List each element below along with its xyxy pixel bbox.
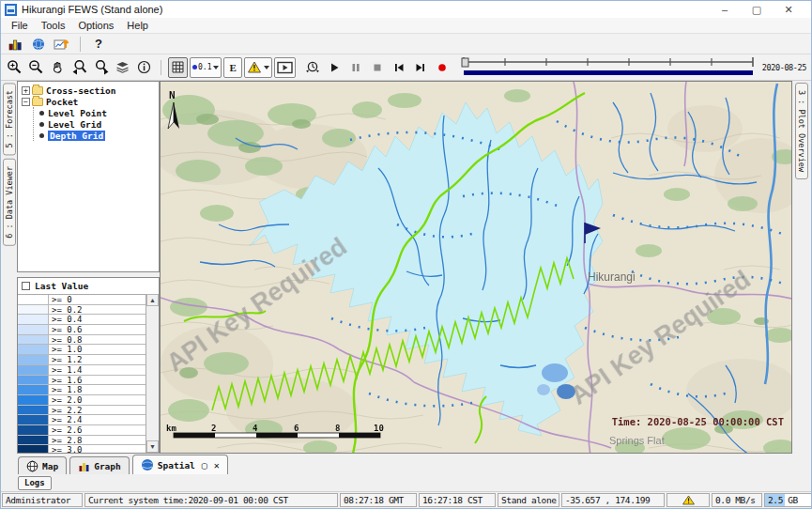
legend-class-label: >= 0.2 [49,305,146,315]
animation-speed-button[interactable] [303,58,323,77]
stop-button[interactable] [368,58,388,77]
legend-row[interactable]: >= 2.0 [18,395,146,406]
collapse-minus-icon[interactable]: − [22,98,30,106]
legend-scrollbar[interactable]: ▲ ▼ [146,294,159,453]
menu-file[interactable]: File [5,19,35,32]
tab-spatial[interactable]: Spatial ▢ ✕ [132,455,228,474]
timeseries-display-button[interactable] [5,35,24,54]
tab-forecast[interactable]: 5 : Forecast [3,83,16,155]
status-warning-cell[interactable] [666,493,710,507]
legend-row[interactable]: >= 0.4 [18,315,146,325]
legend-row[interactable]: >= 1.0 [18,345,146,355]
tab-map[interactable]: Map [18,456,67,474]
menu-help[interactable]: Help [120,19,155,32]
classification-interval-button[interactable]: 0.1 [190,57,222,78]
help-button[interactable]: ? [89,37,108,51]
legend-row[interactable]: >= 2.2 [18,406,146,416]
tree-item-cross-section[interactable]: + Cross-section [20,85,157,96]
main-area: 5 : Forecast 6 : Data Viewer + Cross-sec… [1,81,811,454]
contour-lines-button[interactable]: E [223,57,241,78]
minimize-button[interactable]: – [719,2,730,17]
tree-item-label: Level Grid [48,119,101,130]
maximize-button[interactable]: ▢ [751,2,762,17]
legend-color-swatch [18,315,49,324]
legend-class-label: >= 0 [49,295,146,304]
map-viewport[interactable]: API Key Required API Key Required Hikura… [160,81,792,454]
legend-row[interactable]: >= 2.6 [18,425,146,436]
animation-movie-button[interactable] [274,57,296,78]
scroll-up-icon[interactable]: ▲ [146,294,159,306]
record-button[interactable] [433,58,452,77]
time-slider[interactable] [460,54,757,81]
legend-color-swatch [18,415,49,424]
legend-row[interactable]: >= 0.8 [18,335,146,346]
main-toolbar: ? [1,34,811,54]
scroll-down-icon[interactable]: ▼ [146,440,159,453]
info-button[interactable] [134,58,154,77]
legend-row[interactable]: >= 0.2 [18,305,146,316]
legend-row[interactable]: >= 0.6 [18,325,146,335]
spatial-display-button[interactable] [28,35,48,54]
pause-icon [349,61,362,74]
dock-maximize-icon[interactable]: ▢ [202,460,207,470]
tree-item-depth-grid[interactable]: Depth Grid [34,130,157,141]
menu-options[interactable]: Options [71,19,120,32]
legend-row[interactable]: >= 2.8 [18,436,146,446]
tab-data-viewer[interactable]: 6 : Data Viewer [3,159,16,246]
legend-class-label: >= 1.2 [49,355,146,364]
zoom-out-icon [28,59,44,75]
play-button[interactable] [325,58,345,77]
last-value-toggle[interactable]: Last Value [18,278,159,294]
legend-table: >= 0>= 0.2>= 0.4>= 0.6>= 0.8>= 1.0>= 1.2… [18,294,146,453]
zoom-previous-button[interactable] [69,58,89,77]
zoom-out-button[interactable] [26,58,46,77]
map-canvas[interactable]: API Key Required API Key Required Hikura… [161,82,792,454]
skip-to-end-icon [414,61,427,74]
skip-to-start-icon [392,61,406,74]
tree-item-level-point[interactable]: Level Point [34,107,157,118]
logs-button[interactable]: Logs [18,476,52,490]
tab-graph[interactable]: Graph [69,456,130,474]
status-memory-gauge: 2.5 GB [764,493,812,507]
tree-item-pocket[interactable]: − Pocket [20,96,157,107]
legend-row[interactable]: >= 1.2 [18,355,146,365]
expand-plus-icon[interactable]: + [22,86,30,95]
legend-color-swatch [18,345,49,354]
bar-chart-icon [8,37,23,52]
globe-icon [31,37,46,52]
legend-panel: Last Value >= 0>= 0.2>= 0.4>= 0.6>= 0.8>… [17,277,160,454]
step-back-button[interactable] [390,58,409,77]
pause-button[interactable] [346,58,366,77]
last-value-checkbox[interactable] [22,282,30,290]
warning-triangle-icon [247,60,262,74]
database-viewer-button[interactable] [52,35,71,54]
time-slider-thumb[interactable] [462,58,468,67]
legend-class-label: >= 3.0 [49,445,146,453]
pan-button[interactable] [48,58,68,77]
legend-row[interactable]: >= 3.0 [18,445,146,453]
close-button[interactable]: ✕ [783,2,794,17]
legend-row[interactable]: >= 1.8 [18,385,146,395]
legend-class-label: >= 2.4 [49,415,146,424]
dock-close-icon[interactable]: ✕ [214,460,220,470]
legend-color-swatch [18,395,49,405]
tab-spatial-label: Spatial [158,460,195,470]
step-forward-button[interactable] [411,58,431,77]
tree-children: Level Point Level Grid Depth Grid [33,107,157,141]
thresholds-button[interactable] [244,57,272,78]
right-tab-strip: 3 : Plot Overview [792,81,811,454]
tree-item-level-grid[interactable]: Level Grid [34,118,157,130]
status-network-rate: 0.0 MB/s [712,493,762,507]
layer-tree: + Cross-section − Pocket Level Point [17,81,160,272]
legend-row[interactable]: >= 1.4 [18,365,146,376]
menu-tools[interactable]: Tools [35,19,72,32]
legend-row[interactable]: >= 2.4 [18,415,146,425]
legend-row[interactable]: >= 0 [18,295,146,305]
legend-row[interactable]: >= 1.6 [18,376,146,386]
zoom-in-button[interactable] [5,58,24,77]
tab-plot-overview[interactable]: 3 : Plot Overview [795,83,808,179]
data-availability-bar [464,70,753,75]
layers-button[interactable] [113,58,132,77]
show-grid-button[interactable] [168,57,188,78]
zoom-next-button[interactable] [91,58,111,77]
